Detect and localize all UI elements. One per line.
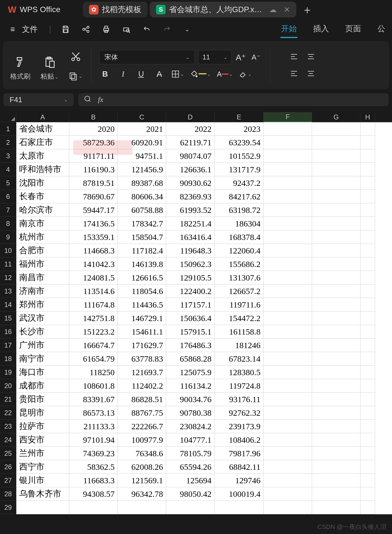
cell[interactable]: 60920.91	[118, 136, 166, 149]
cell[interactable]	[360, 366, 375, 379]
cell[interactable]	[312, 203, 360, 217]
cell[interactable]: 83391.67	[69, 393, 118, 406]
cell[interactable]: 长春市	[16, 190, 69, 203]
cell[interactable]: 石家庄市	[16, 136, 69, 149]
name-box[interactable]: F41 ⌄	[3, 93, 74, 106]
eraser-button[interactable]: ⌄	[239, 70, 251, 78]
cell[interactable]: 80606.34	[118, 190, 166, 203]
align-middle-icon[interactable]	[305, 51, 317, 63]
cell[interactable]: 108406.2	[215, 433, 264, 447]
tab-start[interactable]: 开始	[280, 21, 297, 38]
cell[interactable]: 92437.2	[215, 176, 264, 190]
cell[interactable]: 昆明市	[16, 406, 69, 420]
cell[interactable]: 乌鲁木齐市	[16, 487, 69, 501]
cell[interactable]	[360, 312, 375, 325]
cell[interactable]	[360, 203, 375, 217]
cell[interactable]: 142751.8	[69, 312, 118, 325]
cell[interactable]: 78690.67	[69, 190, 118, 203]
cell[interactable]: 158504.7	[118, 230, 166, 244]
cell[interactable]	[312, 393, 360, 406]
cell[interactable]: 98050.42	[166, 487, 215, 501]
cell[interactable]: 121569.1	[118, 474, 166, 487]
cell[interactable]	[264, 352, 312, 366]
cell[interactable]: 154472.2	[215, 312, 264, 325]
cell[interactable]: 58362.5	[69, 460, 118, 474]
cell[interactable]	[264, 284, 312, 298]
cell[interactable]: 153359.1	[69, 230, 118, 244]
col-header-F[interactable]: F	[264, 112, 312, 122]
cell[interactable]: 60758.88	[118, 203, 166, 217]
font-name-select[interactable]: 宋体 ⌄	[99, 50, 195, 64]
cell[interactable]	[264, 487, 312, 501]
cell[interactable]: 呼和浩特市	[16, 163, 69, 176]
cell[interactable]: 省会城市	[16, 122, 69, 136]
cell[interactable]: 119711.6	[215, 298, 264, 312]
cell[interactable]	[312, 339, 360, 352]
row-header[interactable]: 12	[0, 271, 16, 284]
cell[interactable]	[264, 393, 312, 406]
cell[interactable]	[360, 433, 375, 447]
row-header[interactable]: 11	[0, 257, 16, 271]
cell[interactable]	[360, 501, 375, 514]
cell[interactable]	[264, 379, 312, 393]
cell[interactable]	[166, 501, 215, 514]
cell[interactable]: 174136.5	[69, 217, 118, 230]
cell[interactable]: 61993.52	[166, 203, 215, 217]
cell[interactable]	[312, 366, 360, 379]
cell[interactable]	[312, 284, 360, 298]
row-header[interactable]: 29	[0, 501, 16, 514]
row-header[interactable]: 28	[0, 487, 16, 501]
cell[interactable]: 西宁市	[16, 460, 69, 474]
cell[interactable]	[360, 176, 375, 190]
cell[interactable]: 2023	[215, 122, 264, 136]
cell[interactable]: 150962.3	[166, 257, 215, 271]
cell[interactable]	[264, 325, 312, 339]
cell[interactable]	[264, 176, 312, 190]
cell[interactable]: 118054.6	[118, 284, 166, 298]
cell[interactable]: 98074.07	[166, 149, 215, 163]
dropdown-icon[interactable]: ⌄	[181, 23, 193, 35]
cell[interactable]	[264, 190, 312, 203]
cell[interactable]	[360, 379, 375, 393]
cell[interactable]: 113514.6	[69, 284, 118, 298]
row-header[interactable]: 21	[0, 393, 16, 406]
cell[interactable]	[312, 406, 360, 420]
row-header[interactable]: 14	[0, 298, 16, 312]
cell[interactable]	[312, 312, 360, 325]
cell[interactable]: 141042.3	[69, 257, 118, 271]
tab-insert[interactable]: 插入	[313, 21, 329, 38]
cell[interactable]: 成都市	[16, 379, 69, 393]
cell[interactable]: 合肥市	[16, 244, 69, 257]
cell[interactable]: 沈阳市	[16, 176, 69, 190]
cell[interactable]: 92762.32	[215, 406, 264, 420]
cell[interactable]: 65868.28	[166, 352, 215, 366]
print-preview-icon[interactable]	[121, 23, 132, 35]
cell[interactable]: 122400.2	[166, 284, 215, 298]
cell[interactable]: 91171.11	[69, 149, 118, 163]
row-header[interactable]: 10	[0, 244, 16, 257]
cell[interactable]: 97101.94	[69, 433, 118, 447]
cell[interactable]: 88767.75	[118, 406, 166, 420]
cell[interactable]: 163416.4	[166, 230, 215, 244]
cell[interactable]: 119648.3	[166, 244, 215, 257]
cell[interactable]: 131307.6	[215, 271, 264, 284]
cell[interactable]: 178342.7	[118, 217, 166, 230]
cell[interactable]	[360, 474, 375, 487]
cell[interactable]: 59447.17	[69, 203, 118, 217]
row-header[interactable]: 18	[0, 352, 16, 366]
cell[interactable]: 155686.2	[215, 257, 264, 271]
row-header[interactable]: 9	[0, 230, 16, 244]
cell[interactable]: 154611.1	[118, 325, 166, 339]
cell[interactable]: 93176.11	[215, 393, 264, 406]
row-header[interactable]: 5	[0, 176, 16, 190]
cell[interactable]	[264, 257, 312, 271]
cell[interactable]	[264, 203, 312, 217]
cell[interactable]: 94751.1	[118, 149, 166, 163]
cell[interactable]	[312, 149, 360, 163]
spreadsheet-grid[interactable]: ABCDEFGH 1234567891011121314151617181920…	[0, 112, 392, 514]
cell[interactable]: 拉萨市	[16, 420, 69, 433]
cell[interactable]	[360, 352, 375, 366]
cell[interactable]: 176486.3	[166, 339, 215, 352]
cell[interactable]	[264, 339, 312, 352]
row-header[interactable]: 13	[0, 284, 16, 298]
